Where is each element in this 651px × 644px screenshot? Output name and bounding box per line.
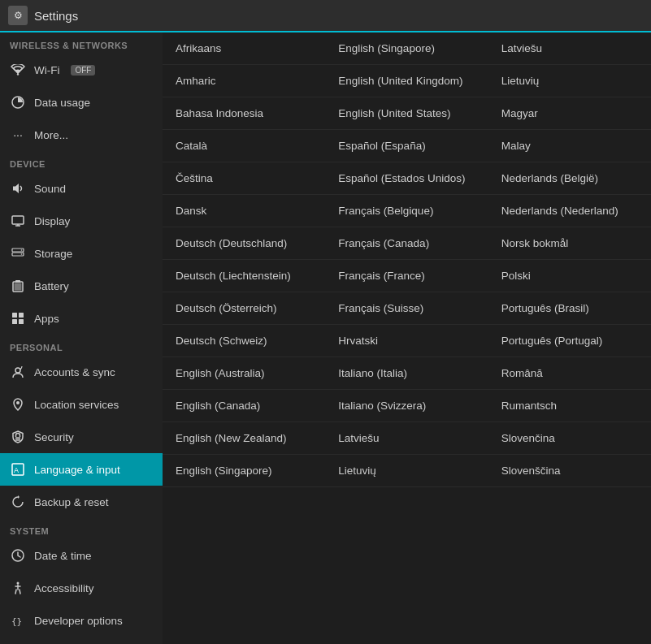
section-device: DEVICE <box>0 151 163 172</box>
main-layout: WIRELESS & NETWORKS Wi-Fi OFF Data <box>0 32 651 644</box>
sidebar-item-more[interactable]: ··· More... <box>0 119 163 151</box>
battery-icon <box>10 278 26 294</box>
language-label: Language & input <box>34 464 120 476</box>
language-item[interactable]: Latviešu <box>325 422 488 455</box>
language-item[interactable]: Italiano (Svizzera) <box>325 390 488 422</box>
datetime-label: Date & time <box>34 550 92 562</box>
svg-rect-2 <box>12 216 24 224</box>
section-system: SYSTEM <box>0 518 163 539</box>
language-item[interactable]: Lietuvių <box>325 455 488 487</box>
language-item[interactable]: English (United States) <box>325 97 488 130</box>
language-item[interactable]: Español (Estados Unidos) <box>325 162 488 195</box>
language-item[interactable]: Rumantsch <box>488 390 651 422</box>
storage-icon <box>10 245 26 261</box>
language-item[interactable]: Malay <box>488 130 651 162</box>
sidebar-item-sound[interactable]: Sound <box>0 172 163 205</box>
language-item[interactable]: English (Australia) <box>163 357 325 390</box>
language-item[interactable]: Hrvatski <box>325 325 488 357</box>
header-title: Settings <box>34 9 78 23</box>
location-icon <box>10 396 26 413</box>
language-item[interactable]: Norsk bokmål <box>488 227 651 260</box>
sidebar-item-accessibility[interactable]: Accessibility <box>0 572 163 604</box>
language-item[interactable]: Română <box>488 357 651 390</box>
backup-icon <box>10 494 26 510</box>
security-label: Security <box>34 431 74 443</box>
language-item[interactable]: Italiano (Italia) <box>325 357 488 390</box>
language-item[interactable]: English (Singapore) <box>325 32 488 65</box>
language-item[interactable]: Afrikaans <box>163 32 325 65</box>
svg-text:A: A <box>14 466 19 474</box>
language-item[interactable]: Magyar <box>488 97 651 130</box>
language-item[interactable]: Português (Portugal) <box>488 325 651 357</box>
svg-rect-16 <box>15 437 20 441</box>
sidebar-item-display[interactable]: Display <box>0 205 163 237</box>
sound-label: Sound <box>34 183 66 195</box>
apps-label: Apps <box>34 313 59 325</box>
language-item[interactable]: Amharic <box>163 65 325 97</box>
developer-icon: {} <box>10 612 26 629</box>
backup-label: Backup & reset <box>34 496 109 508</box>
svg-rect-11 <box>19 313 24 318</box>
language-item[interactable]: Latviešu <box>488 32 651 65</box>
more-label: More... <box>34 129 68 141</box>
settings-icon: ⚙ <box>8 6 28 25</box>
wifi-toggle[interactable]: OFF <box>71 65 95 76</box>
language-item[interactable]: Français (France) <box>325 260 488 292</box>
svg-point-5 <box>21 249 23 251</box>
language-item[interactable]: Français (Suisse) <box>325 292 488 325</box>
svg-rect-12 <box>12 319 17 324</box>
sidebar-item-security[interactable]: Security <box>0 421 163 453</box>
svg-point-0 <box>17 73 19 75</box>
language-item[interactable]: Français (Belgique) <box>325 195 488 227</box>
language-item[interactable]: Português (Brasil) <box>488 292 651 325</box>
language-item[interactable]: Slovenščina <box>488 455 651 487</box>
apps-icon <box>10 310 26 326</box>
accessibility-label: Accessibility <box>34 582 94 594</box>
language-item[interactable]: Deutsch (Deutschland) <box>163 227 325 260</box>
language-list: AfrikaansEnglish (Singapore)LatviešuAmha… <box>163 32 651 644</box>
language-item[interactable]: English (Singapore) <box>163 455 325 487</box>
sidebar-item-data-usage[interactable]: Data usage <box>0 86 163 119</box>
sidebar-item-backup[interactable]: Backup & reset <box>0 486 163 518</box>
language-item[interactable]: English (United Kingdom) <box>325 65 488 97</box>
svg-rect-13 <box>19 319 24 324</box>
language-item[interactable]: Català <box>163 130 325 162</box>
svg-rect-10 <box>12 313 17 318</box>
language-item[interactable]: Deutsch (Österreich) <box>163 292 325 325</box>
sidebar-item-language[interactable]: A Language & input <box>0 453 163 486</box>
language-item[interactable]: Deutsch (Schweiz) <box>163 325 325 357</box>
sidebar-item-developer[interactable]: {} Developer options <box>0 604 163 637</box>
sidebar-item-datetime[interactable]: Date & time <box>0 539 163 572</box>
sidebar-item-apps[interactable]: Apps <box>0 302 163 335</box>
language-item[interactable]: English (Canada) <box>163 390 325 422</box>
sidebar-item-wifi[interactable]: Wi-Fi OFF <box>0 54 163 86</box>
language-item[interactable]: Lietuvių <box>488 65 651 97</box>
language-grid: AfrikaansEnglish (Singapore)LatviešuAmha… <box>163 32 651 487</box>
language-item[interactable]: Polski <box>488 260 651 292</box>
language-item[interactable]: English (New Zealand) <box>163 422 325 455</box>
language-item[interactable]: Français (Canada) <box>325 227 488 260</box>
svg-rect-8 <box>15 280 20 283</box>
sound-icon <box>10 180 26 197</box>
display-icon <box>10 213 26 229</box>
sidebar-item-location[interactable]: Location services <box>0 388 163 421</box>
security-icon <box>10 429 26 445</box>
language-item[interactable]: Español (España) <box>325 130 488 162</box>
language-item[interactable]: Deutsch (Liechtenstein) <box>163 260 325 292</box>
section-wireless: WIRELESS & NETWORKS <box>0 32 163 54</box>
sidebar-item-accounts[interactable]: Accounts & sync <box>0 356 163 388</box>
language-item[interactable]: Nederlands (België) <box>488 162 651 195</box>
sidebar-item-battery[interactable]: Battery <box>0 270 163 302</box>
svg-point-6 <box>21 253 23 255</box>
svg-text:{}: {} <box>11 616 22 626</box>
language-item[interactable]: Dansk <box>163 195 325 227</box>
language-item[interactable]: Bahasa Indonesia <box>163 97 325 130</box>
accounts-label: Accounts & sync <box>34 366 115 378</box>
language-item[interactable]: Nederlands (Nederland) <box>488 195 651 227</box>
svg-point-14 <box>15 368 20 373</box>
sidebar-item-storage[interactable]: Storage <box>0 237 163 270</box>
language-item[interactable]: Čeština <box>163 162 325 195</box>
wifi-label: Wi-Fi <box>34 64 59 76</box>
language-item[interactable]: Slovenčina <box>488 422 651 455</box>
accessibility-icon <box>10 580 26 596</box>
